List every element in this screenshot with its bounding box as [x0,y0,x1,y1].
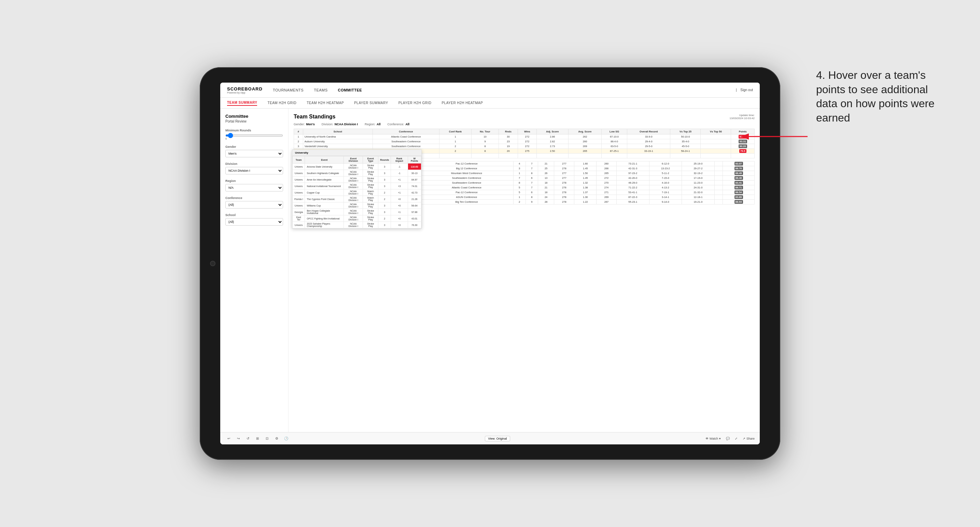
filter-conference: Conference: All [387,122,409,126]
expand-icon[interactable]: ⊡ [264,435,270,442]
sidebar-min-rounds: Minimum Rounds 0 [225,129,283,140]
tooltip-row: Univers Copper Cup NCAA Division I Match… [293,189,422,196]
refresh-icon[interactable]: ↺ [245,435,251,442]
comment-icon: 💬 [726,437,730,440]
tt-col-team: Team [293,156,305,163]
view-original-btn[interactable]: View: Original [485,436,510,441]
nav-committee[interactable]: COMMITTEE [338,87,362,93]
filter-division: Division: NCAA Division I [322,122,358,126]
nav-teams[interactable]: TEAMS [314,87,328,93]
update-time: Update time: 13/03/2024 10:03:42 [730,114,755,120]
col-conf-rank: Conf Rank [439,129,471,135]
tooltip-row: Univers Southern Highlands Collegiate NC… [293,170,422,176]
region-select[interactable]: N/A East West [225,184,283,192]
sidebar-division: Division NCAA Division I NCAA Division I… [225,162,283,175]
comment-btn[interactable]: 💬 [726,437,730,440]
filter-division-label: Division: [322,122,333,126]
filter-division-value: NCAA Division I [335,122,358,126]
right-panel: Team Standings Update time: 13/03/2024 1… [288,108,760,432]
table-row[interactable]: 3 Vanderbilt University Southeastern Con… [294,144,755,149]
nav-items: TOURNAMENTS TEAMS COMMITTEE [273,87,736,93]
tt-col-points: W Points [408,156,421,163]
sidebar-subtitle: Portal Review [225,119,283,123]
toolbar-left: ↩ ↪ ↺ ⊞ ⊡ ⚙ 🕐 [225,435,290,442]
division-select[interactable]: NCAA Division I NCAA Division II [225,167,283,175]
sub-nav-player-summary[interactable]: PLAYER SUMMARY [354,100,388,105]
sub-nav-team-h2h-heatmap[interactable]: TEAM H2H HEATMAP [307,100,344,105]
tooltip-team: University [295,151,308,154]
logo-subtitle: Powered by clipp [227,92,262,94]
sidebar-min-rounds-label: Minimum Rounds [225,129,283,132]
toolbar-right: 👁 Watch ▾ 💬 ⤢ ↗ Share [705,437,755,440]
sidebar-title: Committee [225,114,283,119]
gender-select[interactable]: Men's Women's [225,150,283,157]
tooltip-row: Florida I The Cypress Point Classic NCAA… [293,196,422,202]
share-btn[interactable]: ↗ Share [743,437,755,440]
tooltip-table: Team Event Event Division Event Type Rou… [292,156,422,229]
eye-icon: 👁 [705,437,708,440]
sub-nav: TEAM SUMMARY TEAM H2H GRID TEAM H2H HEAT… [220,98,760,108]
copy-icon[interactable]: ⊞ [254,435,261,442]
sub-nav-player-h2h-grid[interactable]: PLAYER H2H GRID [398,100,432,105]
standings-header: Team Standings Update time: 13/03/2024 1… [294,114,755,120]
col-wins: Wins [518,129,536,135]
annotation-text: 4. Hover over a team's points to see add… [816,68,946,125]
tt-col-rounds: Rounds [378,156,391,163]
undo-icon[interactable]: ↩ [225,435,232,442]
tooltip-overlay: University Team Event Event Division Eve… [292,149,422,229]
col-tours: No. Tour [472,129,499,135]
school-select[interactable]: (All) [225,218,283,225]
redo-icon[interactable]: ↪ [235,435,242,442]
logo-area: SCOREBOARD Powered by clipp [227,86,262,94]
chevron-down-icon: ▾ [719,437,721,440]
tt-col-div: Event Division [344,156,363,163]
tablet-shell: SCOREBOARD Powered by clipp TOURNAMENTS … [200,67,780,460]
watch-btn[interactable]: 👁 Watch ▾ [705,437,721,440]
watch-label: Watch [710,437,718,440]
col-conference: Conference [372,129,439,135]
standings-title: Team Standings [294,114,335,120]
sidebar-school: School (All) [225,213,283,225]
tooltip-row: Georgia Ben Hogan Collegiate Invitationa… [293,209,422,215]
share-icon: ↗ [743,437,745,440]
filter-gender-value: Men's [306,122,315,126]
min-rounds-slider[interactable] [225,135,283,137]
table-row[interactable]: 2 Auburn University Southeastern Confere… [294,139,755,144]
table-row[interactable]: 1 University of North Carolina Atlantic … [294,135,755,139]
red-arrow-annotation [732,123,818,150]
tooltip-row: East Ter OFCC Fighting Illini Invitation… [293,215,422,222]
fullscreen-btn[interactable]: ⤢ [735,437,738,440]
filter-region: Region: All [365,122,381,126]
sidebar-conference: Conference (All) ACC Big Ten [225,196,283,208]
filter-conference-value: All [405,122,409,126]
col-vs25: Vs Top 25 [670,129,701,135]
sub-nav-team-summary[interactable]: TEAM SUMMARY [227,100,257,106]
col-rank: # [294,129,303,135]
filter-row: Gender: Men's Division: NCAA Division I … [294,122,755,126]
sidebar-gender-label: Gender [225,145,283,148]
tooltip-row: Univers 2023 Sahalee Players Championshi… [293,222,422,229]
sub-nav-team-h2h-grid[interactable]: TEAM H2H GRID [267,100,296,105]
filter-region-label: Region: [365,122,375,126]
nav-tournaments[interactable]: TOURNAMENTS [273,87,304,93]
settings-icon[interactable]: ⚙ [273,435,280,442]
sidebar-region: Region N/A East West [225,179,283,192]
clock-icon[interactable]: 🕐 [283,435,290,442]
sub-nav-player-h2h-heatmap[interactable]: PLAYER H2H HEATMAP [442,100,483,105]
col-avg-score: Avg. Score [568,129,602,135]
sidebar-gender: Gender Men's Women's [225,145,283,157]
col-school: School [303,129,372,135]
conference-select[interactable]: (All) ACC Big Ten [225,201,283,208]
tooltip-row: Univers Amer An Intercollegiate NCAA Div… [293,176,422,183]
tablet-screen: SCOREBOARD Powered by clipp TOURNAMENTS … [220,83,760,444]
col-low-sg: Low SG [602,129,627,135]
sidebar-region-label: Region [225,179,283,183]
sign-out-btn[interactable]: Sign out [740,88,753,92]
separator: | [736,88,737,92]
update-date: 13/03/2024 10:03:42 [730,117,755,120]
bottom-toolbar: ↩ ↪ ↺ ⊞ ⊡ ⚙ 🕐 View: Original 👁 Watch ▾ 💬 [220,432,760,444]
col-vs50: Vs Top 50 [701,129,731,135]
tt-col-event: Event [305,156,344,163]
tt-col-type: Event Type [363,156,378,163]
tooltip-header: University [292,150,422,156]
